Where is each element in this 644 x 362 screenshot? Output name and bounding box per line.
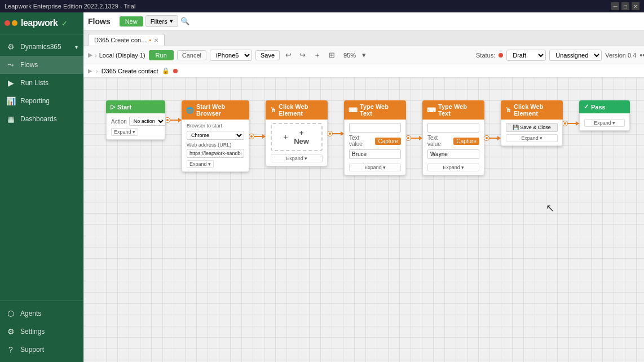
expand-chevron4: ▾ — [383, 165, 386, 170]
node-title-pass: Pass — [591, 104, 606, 111]
node-header-type-web-text-2: ⌨ Type Web Text — [422, 100, 484, 120]
flow-container: ▷ Start Action No action Expand — [95, 89, 641, 187]
assignee-selector[interactable]: Unassigned — [549, 50, 602, 61]
cancel-button[interactable]: Cancel — [177, 50, 206, 60]
connector-line-6 — [567, 123, 576, 124]
node-title-click-web-element: Click Web Element — [279, 103, 323, 117]
connector-dot-4 — [406, 136, 411, 140]
sidebar-item-label-flows: Flows — [20, 61, 38, 69]
sidebar-item-run-lists[interactable]: ▶ Run Lists — [0, 74, 83, 92]
connector-line-5 — [489, 138, 497, 139]
chevron-down-icon: ▾ — [75, 44, 78, 50]
node-wrapper-click-web-element-2: 🖱 Click Web Element 💾 Save & Close Expan… — [501, 100, 579, 146]
text-value-row-2: Text value Capture — [427, 135, 479, 147]
sidebar-item-dashboards[interactable]: ▦ Dashboards — [0, 110, 83, 128]
status-selector[interactable]: Draft — [506, 50, 546, 61]
zoom-value: 95% — [341, 52, 359, 59]
sidebar-item-label-support: Support — [20, 346, 44, 354]
node-pass: ✓ Pass Expand ▾ — [579, 100, 630, 131]
connector-6 — [563, 121, 579, 126]
node-header-type-web-text-1: ⌨ Type Web Text — [344, 100, 406, 120]
save-close-button[interactable]: 💾 Save & Close — [506, 123, 558, 132]
connector-dot-2 — [249, 134, 254, 139]
sidebar-item-settings[interactable]: ⚙ Settings — [0, 323, 83, 341]
expand-click-button[interactable]: Expand ▾ — [271, 154, 323, 162]
action-select[interactable]: No action — [129, 117, 166, 126]
sidebar-item-agents[interactable]: ⬡ Agents — [0, 304, 83, 323]
fit-view-button[interactable]: ⊞ — [327, 50, 337, 60]
nav-arrow-icon: ▶ — [88, 68, 92, 74]
filters-button[interactable]: Filters ▾ — [145, 15, 178, 27]
minimize-button[interactable]: ─ — [611, 2, 619, 10]
logo-text: leapwork — [21, 18, 58, 28]
text-value-input-1[interactable] — [349, 149, 401, 159]
node-type-web-text-1: ⌨ Type Web Text Text value Capture Ex — [344, 100, 406, 175]
expand-start-button[interactable]: Expand ▾ — [111, 128, 138, 136]
status-group: Status: Draft Unassigned Version 0.4 ••• — [476, 50, 644, 61]
new-button[interactable]: New — [120, 16, 143, 27]
text-value-input-2[interactable] — [427, 149, 479, 159]
logo-dot-red — [5, 20, 10, 26]
url-input[interactable] — [187, 149, 244, 158]
capture-button-2[interactable]: Capture — [453, 138, 479, 145]
connector-1 — [165, 118, 182, 122]
connector-line-3 — [332, 133, 341, 134]
reporting-icon: 📊 — [6, 96, 16, 105]
sidebar: leapwork ✓ ⚙ Dynamics365 ▾ ⤳ Flows ▶ Run… — [0, 12, 83, 362]
sidebar-item-support[interactable]: ? Support — [0, 341, 83, 359]
connector-5 — [484, 136, 501, 140]
undo-button[interactable]: ↩ — [283, 50, 294, 60]
agents-icon: ⬡ — [6, 309, 16, 318]
tab-d365-create-contact[interactable]: D365 Create con... • ✕ — [88, 34, 165, 46]
expand-chevron2: ▾ — [208, 161, 211, 167]
sidebar-item-flows[interactable]: ⤳ Flows — [0, 56, 83, 74]
type-icon-2: ⌨ — [427, 107, 436, 114]
expand-click-2-button[interactable]: Expand ▾ — [506, 134, 558, 142]
expand-type-1-button[interactable]: Expand ▾ — [349, 164, 401, 171]
close-button[interactable]: ✕ — [632, 2, 639, 10]
device-selector[interactable]: iPhone6 — [210, 50, 252, 61]
text-target-input-2[interactable] — [427, 123, 479, 133]
redo-button[interactable]: ↪ — [297, 50, 308, 60]
more-options-button[interactable]: ••• — [639, 51, 644, 60]
breadcrumb-flow-name: D365 Create contact — [102, 68, 158, 74]
sidebar-item-label-dynamics365: Dynamics365 — [20, 43, 61, 51]
text-target-input-1[interactable] — [349, 123, 401, 133]
app-title: Leapwork Enterprise Edition 2022.2.1329 … — [5, 3, 135, 10]
node-wrapper-type-web-text-1: ⌨ Type Web Text Text value Capture Ex — [344, 100, 422, 175]
search-button[interactable]: 🔍 — [180, 17, 189, 25]
tab-close-button[interactable]: ✕ — [154, 37, 158, 43]
save-icon: 💾 — [513, 125, 519, 130]
expand-type-2-button[interactable]: Expand ▾ — [427, 164, 479, 171]
expand-chevron: ▾ — [133, 129, 135, 135]
logo-icon — [5, 20, 17, 26]
capture-button-1[interactable]: Capture — [375, 138, 401, 145]
connector-line-4 — [411, 138, 419, 139]
node-click-web-element-2: 🖱 Click Web Element 💾 Save & Close Expan… — [501, 100, 563, 146]
url-label: Web address (URL) — [187, 142, 244, 148]
sidebar-item-label-dashboards: Dashboards — [20, 115, 57, 123]
node-body-start: Action No action Expand ▾ — [106, 113, 165, 140]
expand-chevron7: ▾ — [612, 120, 615, 126]
maximize-button[interactable]: □ — [621, 2, 629, 10]
zoom-in-button[interactable]: ＋ — [311, 49, 323, 61]
browser-select[interactable]: Chrome — [187, 131, 244, 140]
node-wrapper-type-web-text-2: ⌨ Type Web Text Text value Capture Ex — [422, 100, 501, 175]
connector-2 — [249, 134, 266, 139]
node-body-click-web-element-2: 💾 Save & Close Expand ▾ — [501, 120, 563, 146]
zoom-dropdown-button[interactable]: ▾ — [360, 50, 368, 60]
toolbar-top: Flows New Filters ▾ 🔍 — [83, 12, 644, 30]
new-large-button[interactable]: ＋ + New — [271, 123, 323, 151]
sidebar-item-dynamics365[interactable]: ⚙ Dynamics365 ▾ — [0, 38, 83, 56]
version-label: Version 0.4 — [605, 52, 636, 59]
save-button[interactable]: Save — [255, 50, 280, 60]
expand-pass-button[interactable]: Expand ▾ — [584, 119, 625, 127]
run-button[interactable]: Run — [149, 50, 174, 60]
sidebar-item-reporting[interactable]: 📊 Reporting — [0, 92, 83, 110]
connector-dot-5 — [484, 136, 489, 140]
cursor-indicator: ↖ — [546, 202, 554, 214]
breadcrumb: ▶ › Local (Display 1) — [88, 51, 145, 59]
breadcrumb-bar: ▶ › D365 Create contact 🔒 — [83, 64, 644, 78]
canvas-area[interactable]: ▷ Start Action No action Expand — [83, 78, 644, 362]
expand-start-web-browser-button[interactable]: Expand ▾ — [187, 160, 214, 168]
